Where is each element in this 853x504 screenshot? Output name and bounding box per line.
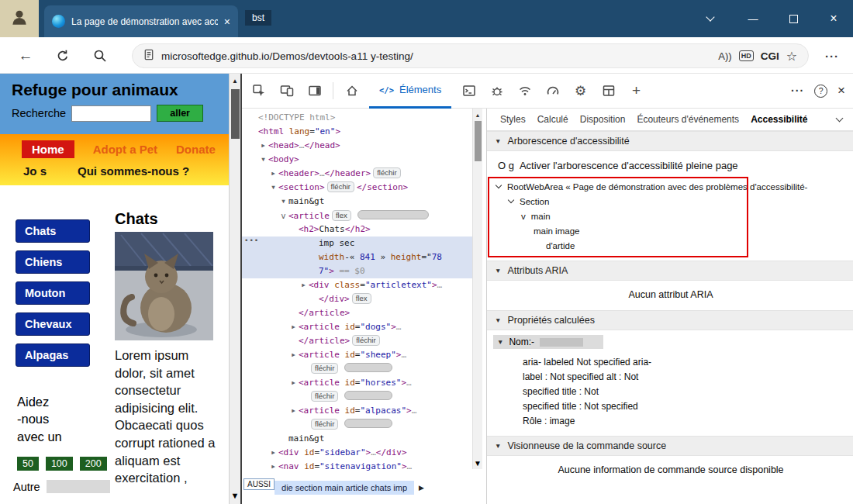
- fullpage-ax-toggle[interactable]: O g Activer l'arborescence d'accessibili…: [487, 151, 853, 177]
- layout-badge[interactable]: fléchir: [311, 419, 338, 430]
- twisty-icon[interactable]: ▶: [258, 139, 268, 153]
- dock-side-icon[interactable]: [302, 79, 326, 103]
- minimize-button[interactable]: —: [735, 0, 771, 37]
- a11y-tree-row[interactable]: RootWebArea « Page de démonstration avec…: [487, 179, 853, 194]
- scroll-down-icon[interactable]: ▼: [230, 490, 240, 501]
- site-info-icon[interactable]: [143, 49, 154, 64]
- a11y-tree-row[interactable]: vmain: [487, 209, 853, 223]
- tab-styles[interactable]: Styles: [500, 114, 526, 125]
- dom-tree-line[interactable]: ▶<div id="sidebar">…</div>: [242, 446, 472, 460]
- help-icon[interactable]: ?: [814, 85, 827, 98]
- section-aria-attributes[interactable]: ▼ Attributs ARIA: [487, 261, 853, 281]
- dom-tree-line[interactable]: ▶<head>…</head>: [242, 139, 472, 153]
- amount-badge[interactable]: 50: [17, 457, 39, 471]
- go-button[interactable]: aller: [157, 105, 203, 122]
- pet-category-button[interactable]: Alpagas: [16, 343, 90, 367]
- settings-gear-icon[interactable]: ⚙: [568, 79, 592, 103]
- dom-tree-line[interactable]: <h2>Chats</h2>: [242, 223, 472, 236]
- a11y-tree-row[interactable]: Section: [487, 194, 853, 209]
- dom-tree-line[interactable]: </article>: [242, 306, 472, 320]
- debugger-bug-icon[interactable]: [485, 79, 509, 103]
- inspect-icon[interactable]: [247, 79, 271, 103]
- twisty-icon[interactable]: ▶: [288, 376, 299, 390]
- pet-category-button[interactable]: Chiens: [16, 250, 90, 274]
- search-input[interactable]: [71, 105, 151, 122]
- favorites-star-icon[interactable]: ☆: [786, 49, 797, 64]
- profile-name[interactable]: CGI: [761, 50, 779, 62]
- twisty-icon[interactable]: ▼: [258, 153, 268, 167]
- other-amount-input[interactable]: [47, 480, 110, 493]
- computed-name-row[interactable]: ▼ Nom:-: [487, 330, 853, 351]
- devtools-close-icon[interactable]: ×: [837, 83, 845, 98]
- dom-tree-line[interactable]: fléchir: [242, 390, 472, 404]
- sidebar-tabs-chevron-icon[interactable]: [836, 115, 844, 123]
- window-close-button[interactable]: ×: [816, 0, 851, 37]
- tab-calcul-[interactable]: Calculé: [537, 114, 568, 125]
- dom-tree-line[interactable]: <html lang="en">: [242, 125, 472, 139]
- nav-link[interactable]: Qui sommes-nous ?: [78, 164, 189, 178]
- more-options-icon[interactable]: ···: [820, 44, 844, 67]
- dom-tree-line[interactable]: ▼main&gt: [242, 195, 472, 209]
- application-grid-icon[interactable]: [596, 79, 620, 103]
- layout-badge[interactable]: fléchir: [311, 363, 338, 374]
- tab-disposition[interactable]: Disposition: [580, 114, 626, 125]
- background-tab-fragment[interactable]: bst: [245, 10, 271, 26]
- section-accessibility-tree[interactable]: ▼ Arborescence d'accessibilité: [487, 131, 853, 151]
- dom-tree-line[interactable]: ▶<header>…</header>fléchir: [242, 167, 472, 181]
- back-button[interactable]: ←: [14, 44, 37, 67]
- add-panel-icon[interactable]: +: [624, 79, 648, 103]
- device-toolbar-icon[interactable]: [275, 79, 299, 103]
- twisty-icon[interactable]: ▶: [299, 278, 309, 292]
- a11y-tree-row[interactable]: d'artide: [487, 238, 853, 253]
- nav-link[interactable]: Jo s: [23, 164, 47, 178]
- browser-tab[interactable]: La page de démonstration avec accessibil…: [44, 5, 238, 37]
- dom-tree-line[interactable]: ▶<div class="articletext">…: [242, 278, 472, 292]
- dom-tree-line[interactable]: ▶<article id="horses">…: [242, 376, 472, 390]
- twisty-icon[interactable]: ▼: [278, 195, 288, 209]
- page-scrollbar[interactable]: ▲ ▼: [229, 74, 240, 504]
- dom-tree-line[interactable]: fléchir: [242, 362, 472, 376]
- twisty-icon[interactable]: ▶: [288, 404, 299, 418]
- dom-tree-line[interactable]: </article>fléchir: [242, 334, 472, 348]
- dom-tree-line[interactable]: ▶<nav id="sitenavigation">…: [242, 460, 472, 474]
- performance-gauge-icon[interactable]: [540, 79, 565, 103]
- dom-tree-line[interactable]: ▼<body>: [242, 153, 472, 167]
- devtools-scrollbar[interactable]: ▲ ▼: [472, 109, 482, 469]
- amount-badge[interactable]: 100: [46, 457, 73, 471]
- twisty-icon[interactable]: ▶: [268, 460, 278, 474]
- twisty-icon[interactable]: ▼: [268, 181, 278, 195]
- layout-badge[interactable]: flex: [352, 293, 371, 304]
- dom-tree-line[interactable]: ▶<article id="sheep">…: [242, 348, 472, 362]
- pet-category-button[interactable]: Chevaux: [16, 312, 90, 336]
- more-gutter-icon[interactable]: •••: [244, 233, 259, 247]
- layout-badge[interactable]: fléchir: [327, 181, 354, 192]
- nav-link[interactable]: Donate: [176, 143, 216, 156]
- a11y-tree-row[interactable]: main image: [487, 223, 853, 238]
- dom-tree-line[interactable]: width-« 841 » height="78: [242, 250, 472, 264]
- dom-tree-line[interactable]: 7"> == $0: [242, 264, 472, 278]
- section-source-order-viewer[interactable]: ▼ Visionneuse de la commande source: [487, 436, 853, 456]
- dom-tree-line[interactable]: •••imp sec: [242, 236, 472, 250]
- scrollbar-thumb[interactable]: [231, 89, 240, 139]
- dom-tree-line[interactable]: ▼<section>fléchir</section>: [242, 181, 472, 195]
- twisty-icon[interactable]: ▶: [288, 320, 299, 334]
- scroll-up-icon[interactable]: ▲: [230, 75, 240, 86]
- profile-avatar[interactable]: [0, 0, 39, 37]
- scroll-down-icon[interactable]: ▼: [473, 458, 482, 468]
- nav-home-link[interactable]: Home: [22, 140, 74, 158]
- tab-list-chevron-icon[interactable]: [692, 0, 728, 37]
- scroll-up-icon[interactable]: ▲: [473, 110, 482, 119]
- dom-tree-line[interactable]: fléchir: [242, 418, 472, 432]
- twisty-icon[interactable]: ▶: [268, 446, 278, 460]
- twisty-icon[interactable]: v: [278, 209, 288, 223]
- layout-badge[interactable]: flex: [332, 210, 351, 221]
- tab--couteurs-d-v-nements[interactable]: Écouteurs d'événements: [637, 114, 739, 125]
- layout-badge[interactable]: fléchir: [373, 167, 400, 178]
- refresh-button[interactable]: [51, 44, 74, 67]
- hd-badge-icon[interactable]: HD: [739, 50, 754, 61]
- dom-tree-line[interactable]: ▶<article id="dogs">…: [242, 320, 472, 334]
- twisty-icon[interactable]: ▶: [268, 167, 278, 181]
- dom-tree-line[interactable]: <!DOCTYPE html>: [242, 111, 472, 125]
- breadcrumb[interactable]: die section main article chats imp: [275, 481, 414, 495]
- console-icon[interactable]: [457, 79, 481, 103]
